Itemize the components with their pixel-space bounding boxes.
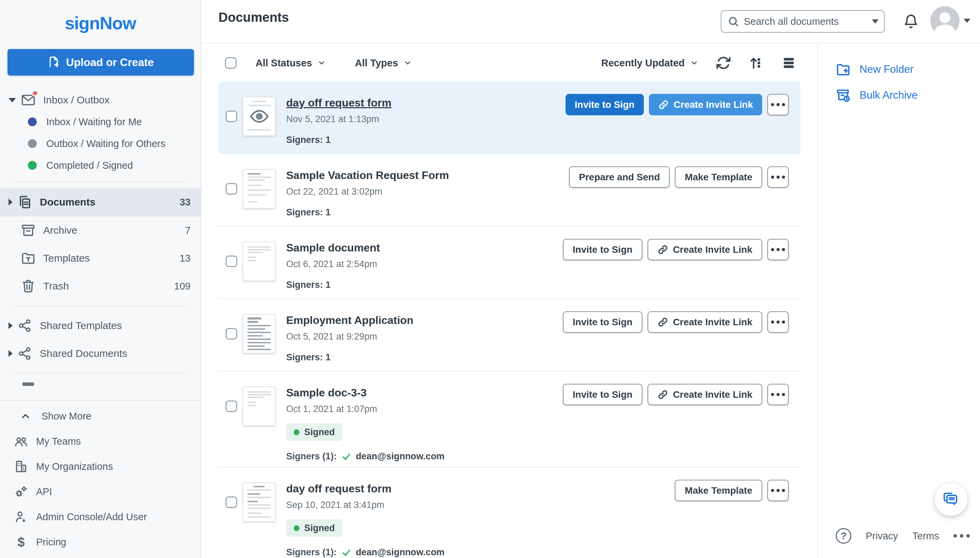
document-row[interactable]: Sample doc-3-3 Oct 1, 2021 at 1:07pm Sig…: [218, 371, 800, 468]
collapse-caret-icon[interactable]: [8, 199, 13, 205]
create-invite-link-button[interactable]: Create Invite Link: [649, 94, 762, 115]
statuses-filter-dropdown[interactable]: All Statuses: [256, 57, 326, 69]
more-actions-button[interactable]: [767, 480, 789, 501]
search-icon: [727, 16, 739, 27]
document-thumbnail[interactable]: [243, 241, 276, 281]
document-title-link[interactable]: day off request form: [286, 483, 445, 495]
refresh-icon[interactable]: [716, 56, 731, 71]
sidebar-item-templates[interactable]: Templates 13: [0, 244, 201, 272]
document-title-link[interactable]: Employment Application: [286, 314, 414, 327]
document-title-link[interactable]: Sample document: [286, 241, 380, 254]
document-title-link[interactable]: Sample doc-3-3: [286, 387, 445, 399]
document-row[interactable]: day off request form Sep 10, 2021 at 3:4…: [218, 468, 800, 558]
sidebar-item-my-teams[interactable]: My Teams: [0, 429, 201, 454]
sidebar-item-outbox-waiting-for-others[interactable]: Outbox / Waiting for Others: [0, 133, 201, 154]
types-filter-dropdown[interactable]: All Types: [355, 57, 412, 69]
make-template-button[interactable]: Make Template: [675, 480, 762, 501]
chat-support-button[interactable]: [935, 483, 967, 516]
sidebar-item-pricing[interactable]: $ Pricing: [0, 529, 201, 555]
create-invite-link-button[interactable]: Create Invite Link: [648, 311, 762, 333]
privacy-link[interactable]: Privacy: [866, 530, 898, 542]
upload-or-create-button[interactable]: Upload or Create: [8, 49, 194, 75]
more-actions-button[interactable]: [767, 94, 789, 115]
document-title-link[interactable]: Sample Vacation Request Form: [286, 169, 449, 182]
create-invite-link-button[interactable]: Create Invite Link: [648, 384, 762, 405]
sidebar-item-inbox-waiting-for-me[interactable]: Inbox / Waiting for Me: [0, 111, 201, 133]
sidebar-subitem-label: Completed / Signed: [46, 160, 133, 171]
sidebar-item-admin-console[interactable]: Admin Console/Add User: [0, 504, 201, 529]
collapse-caret-icon[interactable]: [8, 98, 16, 102]
row-checkbox[interactable]: [226, 111, 237, 122]
row-checkbox[interactable]: [226, 256, 237, 267]
search-input[interactable]: [744, 16, 872, 27]
folders-panel: New Folder Bulk Archive ? Privacy Terms: [817, 44, 980, 558]
document-thumbnail[interactable]: [243, 169, 276, 208]
more-actions-button[interactable]: [767, 311, 789, 333]
document-row[interactable]: Sample Vacation Request Form Oct 22, 202…: [218, 154, 800, 226]
sidebar-item-api[interactable]: API: [0, 479, 201, 504]
row-checkbox[interactable]: [226, 328, 237, 340]
document-row[interactable]: Employment Application Oct 5, 2021 at 9:…: [218, 299, 800, 371]
sidebar-item-label: Archive: [43, 225, 185, 236]
document-thumbnail[interactable]: [243, 314, 276, 353]
document-thumbnail[interactable]: [243, 97, 276, 136]
sidebar-item-label: Trash: [43, 281, 174, 292]
more-actions-button[interactable]: [767, 239, 789, 260]
sidebar-item-shared-documents[interactable]: Shared Documents: [0, 340, 201, 368]
document-row[interactable]: day off request form Nov 5, 2021 at 1:13…: [218, 82, 800, 154]
document-title-link[interactable]: day off request form: [286, 97, 391, 109]
signed-dot-icon: [294, 429, 299, 435]
new-folder-button[interactable]: New Folder: [818, 56, 980, 82]
document-thumbnail[interactable]: [243, 387, 276, 426]
chevron-down-icon: [690, 59, 698, 67]
invite-to-sign-button[interactable]: Invite to Sign: [563, 239, 642, 260]
create-invite-link-button[interactable]: Create Invite Link: [648, 239, 762, 260]
make-template-button[interactable]: Make Template: [675, 166, 762, 188]
document-row[interactable]: Sample document Oct 6, 2021 at 2:54pm Si…: [218, 226, 800, 299]
more-actions-button[interactable]: [767, 166, 789, 188]
sidebar-item-documents[interactable]: Documents 33: [0, 188, 201, 217]
sidebar-item-archive[interactable]: Archive 7: [0, 217, 201, 244]
sidebar-item-shared-templates[interactable]: Shared Templates: [0, 312, 201, 340]
filter-bar: All Statuses All Types Recently Updated: [202, 44, 817, 82]
show-more-label: Show More: [41, 411, 92, 422]
sort-order-dropdown[interactable]: Recently Updated: [601, 57, 698, 69]
invite-to-sign-button[interactable]: Invite to Sign: [563, 311, 642, 333]
sidebar-item-my-organizations[interactable]: My Organizations: [0, 454, 201, 479]
account-menu[interactable]: [930, 6, 970, 35]
view-density-icon[interactable]: [781, 56, 796, 71]
row-checkbox[interactable]: [226, 400, 237, 412]
teams-icon: [14, 435, 28, 448]
sidebar-item-trash[interactable]: Trash 109: [0, 272, 201, 300]
prepare-and-send-button[interactable]: Prepare and Send: [569, 166, 670, 188]
status-badge: Signed: [286, 423, 342, 441]
sidebar-item-label: Inbox / Outbox: [43, 94, 201, 106]
more-actions-button[interactable]: [767, 384, 789, 405]
search-scope-caret-icon[interactable]: [872, 20, 878, 23]
document-date: Oct 1, 2021 at 1:07pm: [286, 404, 445, 414]
sidebar-item-label: Documents: [40, 196, 180, 208]
collapse-caret-icon[interactable]: [8, 322, 13, 329]
notifications-bell-icon[interactable]: [903, 14, 919, 29]
collapse-caret-icon[interactable]: [8, 350, 13, 357]
invite-to-sign-button[interactable]: Invite to Sign: [563, 384, 642, 405]
brand-logo[interactable]: signNow: [0, 0, 201, 33]
sidebar-item-inbox-outbox[interactable]: Inbox / Outbox: [0, 89, 201, 111]
footer-more-button[interactable]: [954, 534, 970, 538]
search-box[interactable]: [721, 10, 885, 33]
document-thumbnail[interactable]: [243, 483, 276, 522]
show-more-toggle[interactable]: Show More: [0, 404, 201, 429]
row-checkbox[interactable]: [226, 496, 237, 508]
signed-dot-icon: [294, 525, 299, 531]
row-checkbox[interactable]: [226, 183, 237, 195]
select-all-checkbox[interactable]: [225, 57, 236, 69]
bulk-archive-button[interactable]: Bulk Archive: [818, 82, 980, 108]
sort-direction-icon[interactable]: [749, 56, 763, 71]
avatar[interactable]: [930, 6, 960, 35]
terms-link[interactable]: Terms: [912, 530, 939, 542]
help-icon[interactable]: ?: [836, 528, 851, 544]
sidebar-item-completed-signed[interactable]: Completed / Signed: [0, 154, 201, 176]
invite-to-sign-button[interactable]: Invite to Sign: [566, 94, 644, 115]
divider: [14, 182, 187, 182]
link-icon: [657, 389, 668, 400]
